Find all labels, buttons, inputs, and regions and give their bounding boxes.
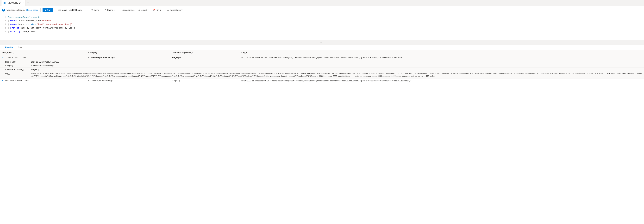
- share-chevron-icon: ▾: [114, 9, 115, 11]
- row2-category: ContainerAppConsoleLogs: [86, 78, 170, 83]
- line-content-1: ContainerAppConsoleLogs_CL: [8, 15, 41, 19]
- tab-chart[interactable]: Chart: [16, 45, 26, 50]
- results-tabs: Results Chart: [0, 45, 644, 50]
- row2-time_t: ▶ 11/7/2023, 6:41:00.718 PM: [0, 78, 86, 83]
- line-number-2: 2: [1, 19, 6, 23]
- nested-val-category: ContainerAppConsoleLogs: [29, 64, 644, 67]
- pin-icon: 📌: [152, 9, 155, 11]
- active-tab[interactable]: ◧ New Query 1* ×: [1, 0, 26, 6]
- row2-log_s: time="2023-11-07T18:41:00.718468847Z" le…: [240, 78, 644, 83]
- results-table: time_t [UTC] Category ContainerAppName_s…: [0, 50, 644, 83]
- row1-category: ContainerAppConsoleLogs: [86, 55, 170, 60]
- editor-line-1: 1 ContainerAppConsoleLogs_CL: [1, 15, 643, 19]
- editor-line-2: 2 | where ContainerName_s == "daprd": [1, 19, 643, 23]
- nested-row-container-app-name: ContainerAppName_s stageapp: [0, 67, 644, 71]
- table-row-expanded-detail: time_t [UTC] 2023-11-07T18:41:45.5116722…: [0, 60, 644, 78]
- pin-chevron-icon: ▾: [162, 9, 163, 11]
- save-button[interactable]: 💾 Save ▾: [89, 8, 102, 12]
- workspace-selector: W workspace-stageg... Select scope: [2, 8, 38, 11]
- row1-container-app-name: stageapp: [170, 55, 240, 60]
- col-time_t: time_t [UTC]: [0, 50, 86, 55]
- row2-container-app-name: stageapp: [170, 78, 240, 83]
- table-header-row: time_t [UTC] Category ContainerAppName_s…: [0, 50, 644, 55]
- line-number-5: 5: [1, 30, 6, 33]
- col-container-app-name: ContainerAppName_s: [170, 50, 240, 55]
- query-editor[interactable]: 1 ContainerAppConsoleLogs_CL 2 | where C…: [0, 14, 644, 40]
- plus-icon: ＋: [119, 8, 121, 11]
- toolbar: W workspace-stageg... Select scope ▶ Run…: [0, 6, 644, 14]
- chevron-down-icon: ▾: [83, 9, 84, 11]
- tab-logo-icon: ◧: [4, 1, 6, 4]
- line-number-1: 1: [1, 15, 6, 19]
- run-button[interactable]: ▶ Run: [42, 8, 54, 12]
- drag-handle[interactable]: ···: [0, 40, 644, 45]
- select-scope-button[interactable]: Select scope: [26, 9, 38, 11]
- format-query-button[interactable]: ☰ Format query: [166, 8, 184, 12]
- editor-line-4: 4 | project time_t, Category, ContainerA…: [1, 26, 643, 30]
- col-log_s: Log_s: [240, 50, 644, 55]
- table-row[interactable]: ▶ 11/7/2023, 6:41:00.718 PM ContainerApp…: [0, 78, 644, 83]
- export-button[interactable]: ⎋ Export ▾: [137, 8, 150, 12]
- nested-label-log_s: Log_s: [0, 71, 29, 78]
- time-range-button[interactable]: Time range : Last 24 hours ▾: [55, 8, 85, 12]
- table-row[interactable]: ▼ 11/7/2023, 6:41:45.511 ... ContainerAp…: [0, 55, 644, 60]
- results-area: Results Chart time_t [UTC] Category Cont…: [0, 45, 644, 224]
- nested-val-log_s: time="2023-11-07T18:41:45.511590713Z" le…: [29, 71, 644, 78]
- format-icon: ☰: [167, 9, 169, 11]
- nested-detail-table: time_t [UTC] 2023-11-07T18:41:45.5116722…: [0, 60, 644, 78]
- tab-close-button[interactable]: ×: [22, 2, 24, 4]
- line-content-2: | where ContainerName_s == "daprd": [8, 19, 51, 23]
- export-chevron-icon: ▾: [148, 9, 149, 11]
- col-category: Category: [86, 50, 170, 55]
- nested-label-container-app-name: ContainerAppName_s: [0, 67, 29, 71]
- nested-val-container-app-name: stageapp: [29, 67, 644, 71]
- nested-label-time_t: time_t [UTC]: [0, 60, 29, 64]
- line-content-5: | order by time_t desc: [8, 30, 36, 33]
- new-alert-rule-button[interactable]: ＋ New alert rule: [117, 8, 136, 12]
- workspace-icon: W: [2, 8, 5, 11]
- export-icon: ⎋: [138, 9, 140, 11]
- workspace-name: workspace-stageg...: [6, 9, 25, 11]
- editor-line-3: 3 | where Log_s contains "Resiliency con…: [1, 23, 643, 26]
- tab-results[interactable]: Results: [2, 45, 16, 50]
- tab-bar: ◧ New Query 1* × +: [0, 0, 644, 6]
- nested-row-category: Category ContainerAppConsoleLogs: [0, 64, 644, 67]
- line-number-4: 4: [1, 26, 6, 30]
- save-icon: 💾: [90, 9, 93, 11]
- save-chevron-icon: ▾: [100, 9, 101, 11]
- share-icon: ↗: [104, 9, 106, 11]
- time-range-label: Time range : Last 24 hours: [56, 9, 82, 11]
- row2-expand-button[interactable]: ▶: [2, 80, 3, 82]
- nested-row-time_t: time_t [UTC] 2023-11-07T18:41:45.5116722…: [0, 60, 644, 64]
- row1-time_t: ▼ 11/7/2023, 6:41:45.511 ...: [0, 55, 86, 60]
- tab-title: New Query 1*: [8, 1, 20, 4]
- new-tab-button[interactable]: +: [26, 0, 30, 5]
- nested-label-category: Category: [0, 64, 29, 67]
- share-button[interactable]: ↗ Share ▾: [103, 8, 116, 12]
- line-content-4: | project time_t, Category, ContainerApp…: [8, 26, 75, 30]
- editor-lines: 1 ContainerAppConsoleLogs_CL 2 | where C…: [0, 15, 644, 33]
- main-container: 1 ContainerAppConsoleLogs_CL 2 | where C…: [0, 14, 644, 224]
- line-content-3: | where Log_s contains "Resiliency confi…: [8, 23, 72, 26]
- line-number-3: 3: [1, 23, 6, 26]
- nested-val-time_t: 2023-11-07T18:41:45.5116722Z: [29, 60, 644, 64]
- row1-log_s: time="2023-11-07T18:41:45.511590713Z" le…: [240, 55, 644, 60]
- row1-expand-button[interactable]: ▼: [2, 56, 4, 58]
- editor-line-5: 5 | order by time_t desc: [1, 30, 643, 33]
- pin-to-button[interactable]: 📌 Pin to ▾: [151, 8, 164, 12]
- nested-row-log_s: Log_s time="2023-11-07T18:41:45.51159071…: [0, 71, 644, 78]
